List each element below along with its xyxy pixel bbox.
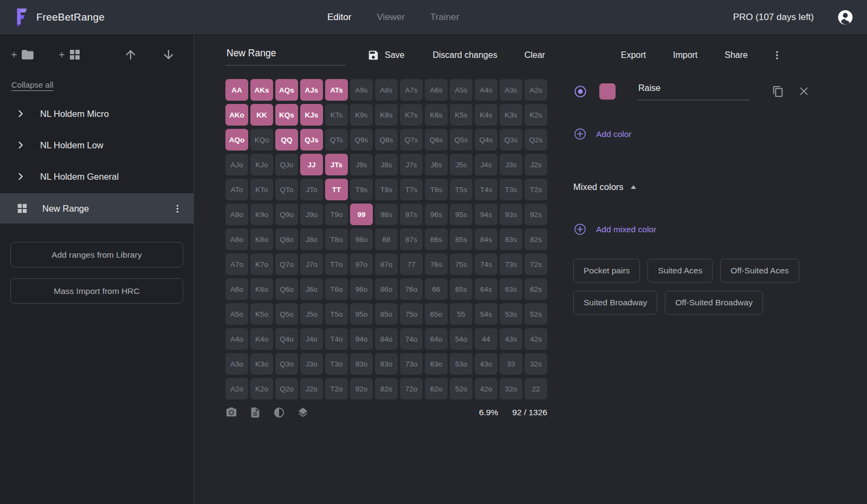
hand-cell-63s[interactable]: 63s xyxy=(500,278,522,300)
hand-cell-T9s[interactable]: T9s xyxy=(350,179,373,200)
hand-cell-63o[interactable]: 63o xyxy=(425,353,448,375)
hand-cell-Q6o[interactable]: Q6o xyxy=(275,278,298,300)
hand-cell-J9o[interactable]: J9o xyxy=(300,204,323,225)
hand-cell-K5o[interactable]: K5o xyxy=(250,303,273,325)
hand-cell-Q3o[interactable]: Q3o xyxy=(275,353,298,375)
hand-cell-QJs[interactable]: QJs xyxy=(300,129,323,150)
hand-cell-J8o[interactable]: J8o xyxy=(300,228,323,250)
hand-cell-65o[interactable]: 65o xyxy=(425,303,448,325)
hand-cell-J2o[interactable]: J2o xyxy=(300,378,323,400)
hand-cell-A4s[interactable]: A4s xyxy=(475,79,497,101)
hand-cell-87s[interactable]: 87s xyxy=(400,228,423,250)
hand-cell-55[interactable]: 55 xyxy=(450,303,473,325)
import-button[interactable]: Import xyxy=(671,47,700,63)
hand-cell-J4o[interactable]: J4o xyxy=(300,328,323,350)
hand-cell-96s[interactable]: 96s xyxy=(425,204,448,225)
hand-cell-AJs[interactable]: AJs xyxy=(300,79,323,101)
hand-cell-T6s[interactable]: T6s xyxy=(425,179,448,200)
hand-cell-KK[interactable]: KK xyxy=(250,104,273,126)
hand-cell-K3o[interactable]: K3o xyxy=(250,353,273,375)
hand-cell-74o[interactable]: 74o xyxy=(400,328,423,350)
tab-editor[interactable]: Editor xyxy=(327,12,351,23)
hand-cell-87o[interactable]: 87o xyxy=(375,253,398,275)
sidebar-folder-nl-holdem-micro[interactable]: NL Holdem Micro xyxy=(0,98,193,129)
hand-cell-97o[interactable]: 97o xyxy=(350,253,373,275)
delete-color-close-icon[interactable] xyxy=(797,84,811,98)
hand-cell-76o[interactable]: 76o xyxy=(400,278,423,300)
hand-cell-KQo[interactable]: KQo xyxy=(250,129,273,150)
hand-cell-A5s[interactable]: A5s xyxy=(450,79,473,101)
hand-cell-A2s[interactable]: A2s xyxy=(525,79,547,101)
hand-cell-44[interactable]: 44 xyxy=(475,328,497,350)
hand-cell-86o[interactable]: 86o xyxy=(375,278,398,300)
hand-cell-83o[interactable]: 83o xyxy=(375,353,398,375)
hand-cell-73o[interactable]: 73o xyxy=(400,353,423,375)
hand-cell-T2s[interactable]: T2s xyxy=(525,179,547,200)
add-mixed-color-button[interactable]: Add mixed color xyxy=(573,222,656,236)
brand-home-link[interactable]: FreeBetRange xyxy=(13,8,105,27)
hand-cell-52s[interactable]: 52s xyxy=(525,303,547,325)
hand-cell-K3s[interactable]: K3s xyxy=(500,104,522,126)
hand-cell-J6s[interactable]: J6s xyxy=(425,154,448,175)
chevron-right-icon[interactable] xyxy=(15,171,26,182)
hand-cell-73s[interactable]: 73s xyxy=(500,253,522,275)
hand-cell-A7o[interactable]: A7o xyxy=(225,253,248,275)
share-button[interactable]: Share xyxy=(722,47,750,63)
mass-import-from-hrc-button[interactable]: Mass Import from HRC xyxy=(10,278,183,304)
hand-cell-K8o[interactable]: K8o xyxy=(250,228,273,250)
hand-cell-JTo[interactable]: JTo xyxy=(300,179,323,200)
hand-cell-A9s[interactable]: A9s xyxy=(350,79,373,101)
chevron-right-icon[interactable] xyxy=(15,140,26,150)
hand-cell-43s[interactable]: 43s xyxy=(500,328,522,350)
hand-cell-A9o[interactable]: A9o xyxy=(225,204,248,225)
active-color-radio[interactable] xyxy=(573,84,587,99)
hand-cell-K6s[interactable]: K6s xyxy=(425,104,448,126)
hand-cell-T6o[interactable]: T6o xyxy=(325,278,348,300)
hand-cell-A7s[interactable]: A7s xyxy=(400,79,423,101)
hand-cell-Q9o[interactable]: Q9o xyxy=(275,204,298,225)
hand-cell-88[interactable]: 88 xyxy=(375,228,398,250)
hand-cell-KJs[interactable]: KJs xyxy=(300,104,323,126)
add-range-button[interactable] xyxy=(57,48,81,61)
hand-cell-K7s[interactable]: K7s xyxy=(400,104,423,126)
hand-cell-J8s[interactable]: J8s xyxy=(375,154,398,175)
hand-cell-A4o[interactable]: A4o xyxy=(225,328,248,350)
hand-cell-T4o[interactable]: T4o xyxy=(325,328,348,350)
hand-cell-Q5s[interactable]: Q5s xyxy=(450,129,473,150)
hand-cell-85s[interactable]: 85s xyxy=(450,228,473,250)
hand-cell-Q8o[interactable]: Q8o xyxy=(275,228,298,250)
hand-cell-Q4o[interactable]: Q4o xyxy=(275,328,298,350)
hand-cell-AJo[interactable]: AJo xyxy=(225,154,248,175)
hand-cell-32o[interactable]: 32o xyxy=(500,378,522,400)
hand-cell-95o[interactable]: 95o xyxy=(350,303,373,325)
tab-viewer[interactable]: Viewer xyxy=(377,12,405,23)
hand-cell-92s[interactable]: 92s xyxy=(525,204,547,225)
hand-cell-ATo[interactable]: ATo xyxy=(225,179,248,200)
hand-cell-QTo[interactable]: QTo xyxy=(275,179,298,200)
hand-cell-82o[interactable]: 82o xyxy=(375,378,398,400)
range-name-input[interactable] xyxy=(225,45,346,66)
hand-cell-J3s[interactable]: J3s xyxy=(500,154,522,175)
hand-cell-82s[interactable]: 82s xyxy=(525,228,547,250)
hand-cell-AA[interactable]: AA xyxy=(225,79,248,101)
hand-cell-72o[interactable]: 72o xyxy=(400,378,423,400)
hand-cell-42s[interactable]: 42s xyxy=(525,328,547,350)
hand-cell-A3s[interactable]: A3s xyxy=(500,79,522,101)
hand-cell-Q7o[interactable]: Q7o xyxy=(275,253,298,275)
hand-cell-84o[interactable]: 84o xyxy=(375,328,398,350)
hand-cell-72s[interactable]: 72s xyxy=(525,253,547,275)
hand-cell-T5o[interactable]: T5o xyxy=(325,303,348,325)
hand-cell-K9o[interactable]: K9o xyxy=(250,204,273,225)
hand-cell-84s[interactable]: 84s xyxy=(475,228,497,250)
hand-cell-Q4s[interactable]: Q4s xyxy=(475,129,497,150)
hand-cell-KQs[interactable]: KQs xyxy=(275,104,298,126)
move-up-button[interactable] xyxy=(124,48,138,62)
hand-cell-AQs[interactable]: AQs xyxy=(275,79,298,101)
hand-cell-A6o[interactable]: A6o xyxy=(225,278,248,300)
save-button[interactable]: Save xyxy=(365,46,406,64)
hand-cell-62s[interactable]: 62s xyxy=(525,278,547,300)
hand-cell-53o[interactable]: 53o xyxy=(450,353,473,375)
hand-cell-T4s[interactable]: T4s xyxy=(475,179,497,200)
hand-cell-52o[interactable]: 52o xyxy=(450,378,473,400)
hand-cell-96o[interactable]: 96o xyxy=(350,278,373,300)
